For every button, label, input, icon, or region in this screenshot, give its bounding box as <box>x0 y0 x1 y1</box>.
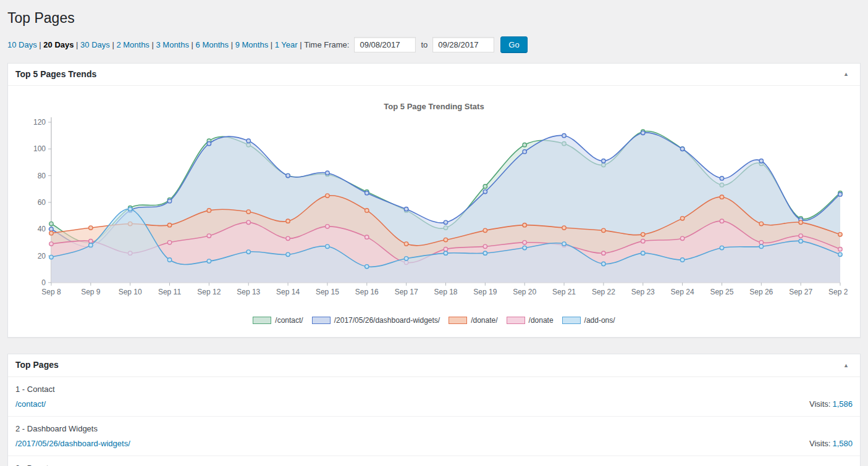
date-from-input[interactable] <box>354 37 416 52</box>
collapse-button[interactable]: ▲ <box>840 70 853 78</box>
svg-text:Sep 9: Sep 9 <box>81 288 101 296</box>
collapse-arrow-icon: ▲ <box>843 362 849 368</box>
chart-area: Top 5 Page Trending Stats 02040608010012… <box>8 86 860 337</box>
svg-text:Sep 23: Sep 23 <box>631 288 655 296</box>
trends-panel-header[interactable]: Top 5 Pages Trends ▲ <box>8 64 860 86</box>
legend-item-dashboard-widgets[interactable]: /2017/05/26/dashboard-widgets/ <box>312 316 440 325</box>
svg-text:Sep 22: Sep 22 <box>592 288 615 296</box>
legend-swatch-icon <box>312 317 331 324</box>
range-link-3-months[interactable]: 3 Months <box>156 40 195 49</box>
svg-text:0: 0 <box>41 278 46 287</box>
svg-text:Sep 21: Sep 21 <box>552 288 576 296</box>
legend-label: /2017/05/26/dashboard-widgets/ <box>334 316 440 325</box>
range-link-20-days[interactable]: 20 Days <box>43 40 80 49</box>
legend-swatch-icon <box>449 317 467 324</box>
svg-text:Sep 28: Sep 28 <box>828 288 848 296</box>
svg-text:Sep 20: Sep 20 <box>513 288 536 296</box>
list-item: 3 - Donate /donate/ Visits:939 <box>8 456 860 466</box>
legend-label: /add-ons/ <box>584 316 615 325</box>
svg-text:Sep 25: Sep 25 <box>710 288 733 296</box>
top-pages-panel-title: Top Pages <box>15 359 59 372</box>
svg-text:Sep 10: Sep 10 <box>119 288 142 296</box>
svg-text:120: 120 <box>33 118 46 127</box>
legend-item-add-ons[interactable]: /add-ons/ <box>562 316 615 325</box>
chart-legend: /contact/ /2017/05/26/dashboard-widgets/… <box>20 315 848 335</box>
visits-count-link[interactable]: 1,586 <box>832 399 853 409</box>
svg-text:Sep 11: Sep 11 <box>158 288 181 296</box>
svg-text:Sep 19: Sep 19 <box>473 288 497 296</box>
legend-label: /contact/ <box>275 316 303 325</box>
chart-title: Top 5 Page Trending Stats <box>20 102 848 111</box>
page-path-link[interactable]: /contact/ <box>15 399 46 409</box>
svg-text:20: 20 <box>38 252 46 260</box>
range-link-9-months[interactable]: 9 Months <box>235 40 275 49</box>
legend-swatch-icon <box>507 317 525 324</box>
svg-text:Sep 12: Sep 12 <box>197 288 221 296</box>
visits-label: Visits: <box>809 439 830 448</box>
list-item: 1 - Contact /contact/ Visits:1,586 <box>8 377 860 417</box>
svg-text:Sep 17: Sep 17 <box>395 288 418 296</box>
range-link-2-months[interactable]: 2 Months <box>116 40 156 49</box>
svg-text:Sep 26: Sep 26 <box>749 288 773 296</box>
list-item: 2 - Dashboard Widgets /2017/05/26/dashbo… <box>8 417 860 456</box>
page-title: Top Pages <box>7 4 861 33</box>
legend-label: /donate/ <box>471 316 497 325</box>
date-range-filter-bar: 10 Days20 Days30 Days2 Months3 Months6 M… <box>7 36 861 53</box>
svg-text:Sep 24: Sep 24 <box>671 288 694 296</box>
svg-text:Sep 8: Sep 8 <box>41 288 61 296</box>
range-link-10-days[interactable]: 10 Days <box>7 40 43 49</box>
screen: Top Pages 10 Days20 Days30 Days2 Months3… <box>0 0 868 466</box>
range-link-6-months[interactable]: 6 Months <box>196 40 235 49</box>
legend-label: /donate <box>529 316 554 325</box>
svg-text:Sep 13: Sep 13 <box>237 288 260 296</box>
svg-text:100: 100 <box>33 145 46 154</box>
top-pages-panel: Top Pages ▲ 1 - Contact /contact/ Visits… <box>7 354 861 466</box>
collapse-button[interactable]: ▲ <box>840 362 853 370</box>
page-path-link[interactable]: /2017/05/26/dashboard-widgets/ <box>15 439 130 448</box>
top-pages-panel-header[interactable]: Top Pages ▲ <box>8 354 860 377</box>
svg-text:60: 60 <box>38 198 46 207</box>
top-pages-list: 1 - Contact /contact/ Visits:1,586 2 - D… <box>8 377 860 466</box>
page-rank-title: 1 - Contact <box>15 385 55 394</box>
legend-swatch-icon <box>562 317 581 324</box>
to-label: to <box>421 40 428 49</box>
svg-text:40: 40 <box>38 225 46 234</box>
svg-text:Sep 14: Sep 14 <box>276 288 300 296</box>
trends-panel-title: Top 5 Pages Trends <box>15 69 96 81</box>
go-button[interactable]: Go <box>500 36 527 53</box>
range-link-30-days[interactable]: 30 Days <box>80 40 116 49</box>
visits-count-link[interactable]: 1,580 <box>832 439 853 448</box>
legend-item-donate[interactable]: /donate/ <box>449 316 497 325</box>
collapse-arrow-icon: ▲ <box>843 71 849 77</box>
svg-text:Sep 18: Sep 18 <box>434 288 457 296</box>
time-frame-label: Time Frame: <box>304 40 349 49</box>
range-link-1-year[interactable]: 1 Year <box>275 40 304 49</box>
legend-swatch-icon <box>253 317 271 324</box>
visits-label: Visits: <box>809 399 830 409</box>
svg-text:80: 80 <box>38 172 46 180</box>
svg-text:Sep 15: Sep 15 <box>316 288 339 296</box>
legend-item-contact[interactable]: /contact/ <box>253 316 303 325</box>
svg-text:Sep 16: Sep 16 <box>355 288 379 296</box>
date-to-input[interactable] <box>432 37 494 52</box>
svg-text:Sep 27: Sep 27 <box>789 288 812 296</box>
page-rank-title: 3 - Donate <box>15 464 53 466</box>
page-rank-title: 2 - Dashboard Widgets <box>15 424 130 433</box>
content-area: Top Pages 10 Days20 Days30 Days2 Months3… <box>0 0 868 466</box>
legend-item-donate-2[interactable]: /donate <box>507 316 554 325</box>
trend-chart[interactable]: 020406080100120Sep 8Sep 9Sep 10Sep 11Sep… <box>20 112 848 315</box>
trends-panel: Top 5 Pages Trends ▲ Top 5 Page Trending… <box>7 63 861 338</box>
